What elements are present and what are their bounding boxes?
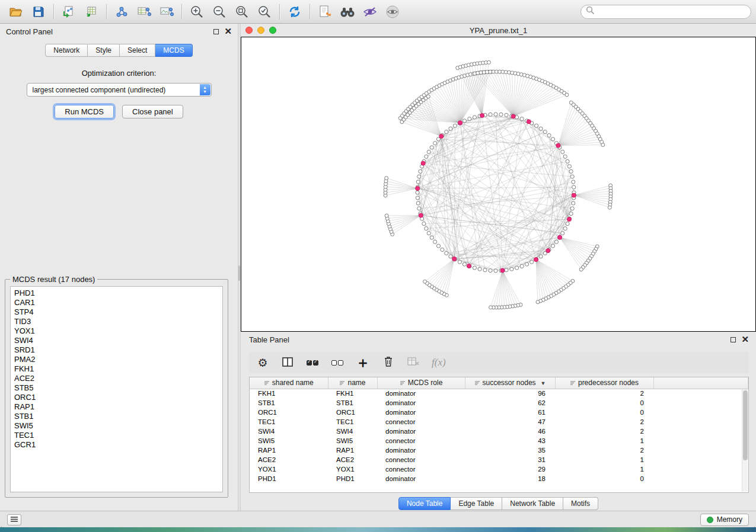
cell-shared_name[interactable]: SWI4 (250, 427, 328, 436)
tab-edge-table[interactable]: Edge Table (451, 497, 502, 510)
cell-role[interactable]: dominator (377, 398, 465, 408)
mcds-result-item[interactable]: STB1 (14, 412, 222, 421)
window-zoom-button[interactable] (269, 27, 276, 34)
run-mcds-button[interactable]: Run MCDS (55, 105, 114, 118)
cell-predecessors[interactable]: 2 (555, 417, 653, 427)
import-network-file-button[interactable] (58, 2, 80, 21)
cell-successors[interactable]: 46 (465, 427, 555, 436)
table-row[interactable]: ACE2ACE2connector311 (250, 455, 748, 464)
window-close-button[interactable] (245, 27, 253, 34)
close-panel-button[interactable]: ✕ (224, 28, 232, 34)
mcds-result-item[interactable]: ORC1 (14, 393, 222, 402)
tab-network-table[interactable]: Network Table (502, 497, 563, 510)
cell-predecessors[interactable]: 2 (555, 389, 653, 398)
cell-shared_name[interactable]: YOX1 (250, 464, 328, 474)
cell-predecessors[interactable]: 0 (555, 398, 653, 408)
table-row[interactable]: SWI5SWI5connector431 (250, 436, 748, 446)
zoom-out-button[interactable] (208, 2, 231, 21)
cell-name[interactable]: STB1 (328, 398, 377, 408)
mcds-result-item[interactable]: STB5 (14, 383, 222, 393)
refresh-button[interactable] (283, 2, 306, 21)
cell-successors[interactable]: 61 (465, 408, 555, 417)
table-scrollbar-thumb[interactable] (743, 390, 748, 460)
cell-role[interactable]: connector (377, 417, 465, 427)
network-from-image-button[interactable] (155, 2, 178, 21)
table-row[interactable]: TEC1TEC1connector472 (250, 417, 748, 427)
add-column-button[interactable]: ＋ (356, 355, 370, 370)
cell-role[interactable]: dominator (377, 427, 465, 436)
cell-shared_name[interactable]: SWI5 (250, 436, 328, 446)
column-header-successor-nodes[interactable]: successor nodes▼ (465, 377, 555, 389)
memory-button[interactable]: Memory (700, 514, 749, 526)
column-header-predecessor-nodes[interactable]: predecessor nodes (555, 377, 653, 389)
cell-shared_name[interactable]: TEC1 (250, 417, 328, 427)
save-button[interactable] (27, 2, 50, 21)
cell-name[interactable]: PHD1 (328, 474, 377, 483)
close-table-panel-button[interactable]: ✕ (741, 336, 749, 342)
cell-role[interactable]: connector (377, 436, 465, 446)
cell-shared_name[interactable]: ORC1 (250, 408, 328, 417)
zoom-selected-button[interactable] (253, 2, 276, 21)
cell-role[interactable]: dominator (377, 408, 465, 417)
table-scrollbar[interactable] (742, 389, 748, 492)
cell-shared_name[interactable]: PHD1 (250, 474, 328, 483)
column-menu-caret-icon[interactable]: ▼ (541, 380, 546, 386)
zoom-fit-button[interactable] (231, 2, 253, 21)
export-network-button[interactable] (314, 2, 336, 21)
tab-node-table[interactable]: Node Table (398, 497, 451, 510)
cell-successors[interactable]: 62 (465, 398, 555, 408)
cell-name[interactable]: RAP1 (328, 446, 377, 455)
open-folder-button[interactable] (5, 2, 27, 21)
cell-name[interactable]: SWI4 (328, 427, 377, 436)
zoom-in-button[interactable] (186, 2, 208, 21)
table-row[interactable]: YOX1YOX1connector291 (250, 464, 748, 474)
tab-select[interactable]: Select (120, 44, 155, 57)
show-columns-button[interactable] (281, 355, 294, 370)
column-header-shared-name[interactable]: shared name (250, 377, 328, 389)
cell-shared_name[interactable]: STB1 (250, 398, 328, 408)
mcds-result-item[interactable]: SRD1 (14, 345, 222, 355)
mcds-result-item[interactable]: TID3 (14, 317, 222, 326)
column-header-name[interactable]: name (328, 377, 377, 389)
mcds-result-item[interactable]: PMA2 (14, 355, 222, 364)
tab-style[interactable]: Style (88, 44, 120, 57)
cell-predecessors[interactable]: 2 (555, 446, 653, 455)
search-box[interactable] (580, 5, 751, 19)
mcds-result-item[interactable]: YOX1 (14, 326, 222, 336)
cell-predecessors[interactable]: 0 (555, 408, 653, 417)
status-menu-button[interactable] (7, 514, 21, 525)
delete-table-button-disabled[interactable] (407, 355, 420, 370)
cell-predecessors[interactable]: 1 (555, 455, 653, 464)
cell-name[interactable]: ORC1 (328, 408, 377, 417)
table-row[interactable]: STB1STB1dominator620 (250, 398, 748, 408)
show-graphics-button[interactable] (381, 2, 404, 21)
table-row[interactable]: ORC1ORC1dominator610 (250, 408, 748, 417)
cell-name[interactable]: TEC1 (328, 417, 377, 427)
cell-role[interactable]: connector (377, 464, 465, 474)
cell-predecessors[interactable]: 1 (555, 464, 653, 474)
mcds-result-item[interactable]: PHD1 (14, 289, 222, 298)
network-graph[interactable] (241, 37, 755, 331)
cell-successors[interactable]: 96 (465, 389, 555, 398)
column-header-mcds-role[interactable]: MCDS role (377, 377, 465, 389)
network-from-table-button[interactable] (133, 2, 155, 21)
cell-successors[interactable]: 29 (465, 464, 555, 474)
cell-name[interactable]: ACE2 (328, 455, 377, 464)
table-row[interactable]: FKH1FKH1dominator962 (250, 389, 748, 398)
cell-role[interactable]: dominator (377, 474, 465, 483)
cell-name[interactable]: SWI5 (328, 436, 377, 446)
mcds-result-item[interactable]: ACE2 (14, 374, 222, 383)
cell-predecessors[interactable]: 1 (555, 436, 653, 446)
cell-successors[interactable]: 43 (465, 436, 555, 446)
search-input[interactable] (595, 8, 746, 16)
cell-predecessors[interactable]: 0 (555, 474, 653, 483)
table-row[interactable]: SWI4SWI4dominator462 (250, 427, 748, 436)
deselect-all-button[interactable] (331, 355, 344, 370)
mcds-result-item[interactable]: CAR1 (14, 298, 222, 307)
cell-name[interactable]: FKH1 (328, 389, 377, 398)
delete-column-button[interactable] (382, 355, 395, 370)
mcds-result-list[interactable]: PHD1CAR1STP4TID3YOX1SWI4SRD1PMA2FKH1ACE2… (10, 286, 223, 492)
close-panel-action-button[interactable]: Close panel (122, 105, 183, 118)
cell-name[interactable]: YOX1 (328, 464, 377, 474)
mcds-result-item[interactable]: GCR1 (14, 440, 222, 450)
